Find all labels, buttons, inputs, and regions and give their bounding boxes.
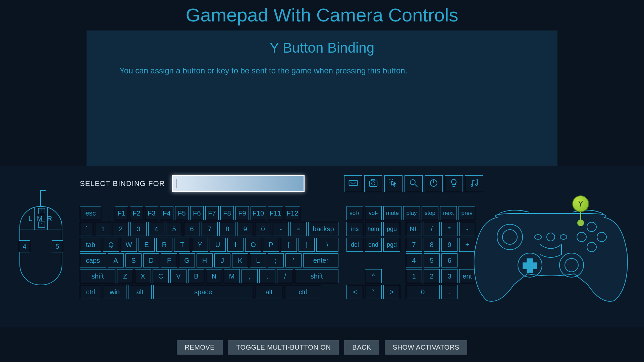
key-y[interactable]: Y (192, 238, 208, 252)
key-u[interactable]: U (210, 238, 226, 252)
key-shift-right[interactable]: shift (295, 269, 338, 283)
mouse-right[interactable]: R (47, 215, 57, 222)
key-ctrl-right[interactable]: ctrl (285, 285, 321, 299)
key-3[interactable]: 3 (130, 222, 147, 236)
key-r[interactable]: R (156, 238, 172, 252)
key-q[interactable]: Q (103, 238, 119, 252)
key-bracket-right[interactable]: ] (299, 238, 315, 252)
tab-keyboard[interactable] (344, 175, 362, 192)
key-equals[interactable]: = (290, 222, 307, 236)
mouse-left[interactable]: L (29, 215, 37, 222)
key-np-8[interactable]: 8 (424, 238, 440, 252)
key-np-3[interactable]: 3 (441, 269, 458, 283)
tab-magnify[interactable] (405, 175, 423, 192)
key-9[interactable]: 9 (237, 222, 253, 236)
key-f4[interactable]: F4 (160, 206, 173, 220)
key-np-minus[interactable]: - (459, 222, 475, 236)
key-c[interactable]: C (153, 269, 169, 283)
mouse-scroll-down[interactable]: ˅ (38, 222, 45, 228)
tab-music[interactable] (465, 175, 483, 192)
key-minus[interactable]: - (273, 222, 289, 236)
remove-button[interactable]: REMOVE (177, 340, 223, 355)
key-np-5[interactable]: 5 (424, 253, 440, 267)
key-pgdn[interactable]: pgd (383, 238, 400, 252)
key-i[interactable]: I (227, 238, 244, 252)
key-bracket-left[interactable]: [ (281, 238, 297, 252)
mouse-middle[interactable]: M (37, 215, 47, 222)
key-prev[interactable]: prev (459, 206, 475, 220)
key-f12[interactable]: F12 (285, 206, 300, 220)
key-backslash[interactable]: \ (316, 238, 338, 252)
tab-camera[interactable] (364, 175, 382, 192)
key-n[interactable]: N (206, 269, 222, 283)
key-arrow-up[interactable]: ^ (365, 269, 382, 283)
key-f5[interactable]: F5 (175, 206, 189, 220)
key-a[interactable]: A (108, 253, 124, 267)
tab-mouse-click[interactable] (384, 175, 402, 192)
key-np-ent[interactable]: ent (459, 269, 475, 283)
key-np-7[interactable]: 7 (406, 238, 422, 252)
mouse-scroll-up[interactable]: ^ (38, 208, 45, 214)
key-m[interactable]: M (224, 269, 240, 283)
key-k[interactable]: K (232, 253, 248, 267)
key-backtick[interactable]: ` (80, 222, 93, 236)
key-f7[interactable]: F7 (205, 206, 219, 220)
key-h[interactable]: H (197, 253, 213, 267)
key-shift-left[interactable]: shift (80, 269, 115, 283)
key-backspace[interactable]: backsp (308, 222, 338, 236)
key-caps[interactable]: caps (80, 253, 106, 267)
show-activators-button[interactable]: SHOW ACTIVATORS (385, 340, 468, 355)
key-esc[interactable]: esc (80, 206, 101, 220)
key-t[interactable]: T (174, 238, 190, 252)
key-np-4[interactable]: 4 (406, 253, 422, 267)
key-d[interactable]: D (143, 253, 159, 267)
key-j[interactable]: J (214, 253, 230, 267)
key-np-plus[interactable]: + (459, 238, 475, 252)
key-next[interactable]: next (440, 206, 457, 220)
key-home[interactable]: hom (365, 222, 382, 236)
key-np-mul[interactable]: * (441, 222, 458, 236)
key-z[interactable]: Z (117, 269, 133, 283)
key-alt-left[interactable]: alt (128, 285, 152, 299)
key-f8[interactable]: F8 (220, 206, 234, 220)
key-vol-down[interactable]: vol- (365, 206, 382, 220)
key-arrow-left[interactable]: < (346, 285, 363, 299)
key-f10[interactable]: F10 (251, 206, 266, 220)
tab-light[interactable] (445, 175, 463, 192)
key-f6[interactable]: F6 (190, 206, 204, 220)
binding-input[interactable] (172, 175, 305, 192)
key-8[interactable]: 8 (219, 222, 235, 236)
key-mute[interactable]: mute (383, 206, 401, 220)
key-f1[interactable]: F1 (115, 206, 128, 220)
key-end[interactable]: end (365, 238, 382, 252)
key-o[interactable]: O (245, 238, 261, 252)
key-np-1[interactable]: 1 (406, 269, 422, 283)
key-alt-right[interactable]: alt (255, 285, 283, 299)
key-e[interactable]: E (139, 238, 155, 252)
key-b[interactable]: B (188, 269, 204, 283)
key-np-9[interactable]: 9 (441, 238, 458, 252)
key-np-2[interactable]: 2 (424, 269, 440, 283)
key-g[interactable]: G (179, 253, 195, 267)
key-np-div[interactable]: / (424, 222, 440, 236)
mouse-button-4[interactable]: 4 (19, 240, 30, 252)
key-pgup[interactable]: pgu (383, 222, 400, 236)
key-play[interactable]: play (403, 206, 420, 220)
key-f9[interactable]: F9 (235, 206, 249, 220)
y-button-indicator[interactable]: Y (572, 195, 589, 212)
key-0[interactable]: 0 (255, 222, 271, 236)
key-f2[interactable]: F2 (130, 206, 143, 220)
key-quote[interactable]: ' (285, 253, 302, 267)
key-2[interactable]: 2 (113, 222, 129, 236)
key-v[interactable]: V (170, 269, 186, 283)
key-ctrl-left[interactable]: ctrl (80, 285, 101, 299)
key-6[interactable]: 6 (184, 222, 200, 236)
key-del[interactable]: del (346, 238, 363, 252)
key-semicolon[interactable]: ; (268, 253, 284, 267)
key-ins[interactable]: ins (346, 222, 363, 236)
key-f11[interactable]: F11 (268, 206, 283, 220)
key-x[interactable]: X (135, 269, 151, 283)
key-enter[interactable]: enter (303, 253, 338, 267)
key-slash[interactable]: / (277, 269, 293, 283)
key-arrow-down[interactable]: ˅ (365, 285, 382, 299)
